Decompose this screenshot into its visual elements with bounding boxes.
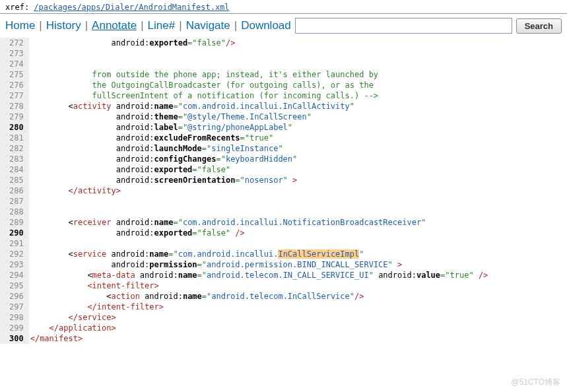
- line-number[interactable]: 292: [9, 249, 24, 259]
- line-number[interactable]: 288: [9, 207, 24, 217]
- line-number[interactable]: 282: [9, 143, 24, 154]
- line-number[interactable]: 294: [9, 270, 24, 280]
- code-line: android:exported="false": [30, 164, 488, 175]
- search-button[interactable]: Search: [516, 18, 562, 34]
- search-input[interactable]: [295, 18, 512, 34]
- code-line: android:configChanges="keyboardHidden": [30, 154, 488, 164]
- nav-download[interactable]: Download: [241, 19, 291, 32]
- line-number[interactable]: 285: [9, 175, 24, 185]
- code-line: android:exported="false"/>: [30, 38, 488, 48]
- nav-home[interactable]: Home: [5, 19, 35, 32]
- code-line: [30, 207, 488, 217]
- breadcrumb: xref: /packages/apps/Dialer/AndroidManif…: [0, 0, 567, 14]
- line-number[interactable]: 291: [9, 238, 24, 249]
- line-number[interactable]: 298: [9, 312, 24, 323]
- code-line: [30, 238, 488, 249]
- code-line: <action android:name="android.telecom.In…: [30, 291, 488, 302]
- code-line: android:launchMode="singleInstance": [30, 143, 488, 154]
- line-number[interactable]: 286: [9, 185, 24, 196]
- code-line: android:theme="@style/Theme.InCallScreen…: [30, 112, 488, 122]
- code-line: </intent-filter>: [30, 302, 488, 312]
- line-number[interactable]: 296: [9, 291, 24, 302]
- line-number[interactable]: 293: [9, 259, 24, 270]
- line-number[interactable]: 280: [9, 122, 24, 133]
- code-line: android:label="@string/phoneAppLabel": [30, 122, 488, 133]
- nav-navigate[interactable]: Navigate: [186, 19, 230, 32]
- line-number[interactable]: 281: [9, 133, 24, 143]
- line-number[interactable]: 275: [9, 69, 24, 80]
- file-path[interactable]: /packages/apps/Dialer/AndroidManifest.xm…: [34, 3, 229, 12]
- line-number[interactable]: 272: [9, 38, 24, 48]
- code-line: <intent-filter>: [30, 280, 488, 291]
- code-line: </application>: [30, 323, 488, 333]
- line-number[interactable]: 300: [9, 333, 24, 344]
- line-number[interactable]: 297: [9, 302, 24, 312]
- toolbar: Home| History| Annotate| Line#| Navigate…: [0, 14, 567, 38]
- xref-label: xref: [5, 3, 24, 12]
- code-line: from outside the phone app; instead, it'…: [30, 69, 488, 80]
- line-number[interactable]: 289: [9, 217, 24, 228]
- line-number[interactable]: 279: [9, 112, 24, 122]
- nav-annotate[interactable]: Annotate: [92, 19, 137, 32]
- line-number[interactable]: 283: [9, 154, 24, 164]
- code-line: <receiver android:name="com.android.inca…: [30, 217, 488, 228]
- source-code: android:exported="false"/> from outside …: [29, 38, 488, 344]
- code-line: </service>: [30, 312, 488, 323]
- code-line: android:exported="false" />: [30, 228, 488, 238]
- line-number[interactable]: 299: [9, 323, 24, 333]
- code-line: android:excludeFromRecents="true": [30, 133, 488, 143]
- code-line: the OutgoingCallBroadcaster (for outgoin…: [30, 80, 488, 90]
- code-view: 2722732742752762772782792802812822832842…: [0, 38, 567, 344]
- nav-history[interactable]: History: [46, 19, 81, 32]
- line-number[interactable]: 295: [9, 280, 24, 291]
- line-number[interactable]: 274: [9, 59, 24, 69]
- line-number[interactable]: 276: [9, 80, 24, 90]
- code-line: android:screenOrientation="nosensor" >: [30, 175, 488, 185]
- line-number[interactable]: 287: [9, 196, 24, 207]
- nav-lineno[interactable]: Line#: [148, 19, 176, 32]
- code-line: [30, 59, 488, 69]
- line-number[interactable]: 273: [9, 48, 24, 59]
- line-number[interactable]: 278: [9, 101, 24, 112]
- code-line: android:permission="android.permission.B…: [30, 259, 488, 270]
- code-line: <meta-data android:name="android.telecom…: [30, 270, 488, 280]
- code-line: [30, 48, 488, 59]
- code-line: [30, 196, 488, 207]
- line-number[interactable]: 284: [9, 164, 24, 175]
- code-line: <activity android:name="com.android.inca…: [30, 101, 488, 112]
- code-line: <service android:name="com.android.incal…: [30, 249, 488, 259]
- code-line: </manifest>: [30, 333, 488, 344]
- line-number-gutter: 2722732742752762772782792802812822832842…: [0, 38, 29, 344]
- line-number[interactable]: 290: [9, 228, 24, 238]
- code-line: fullScreenIntent of a notification (for …: [30, 90, 488, 101]
- code-line: </activity>: [30, 185, 488, 196]
- line-number[interactable]: 277: [9, 90, 24, 101]
